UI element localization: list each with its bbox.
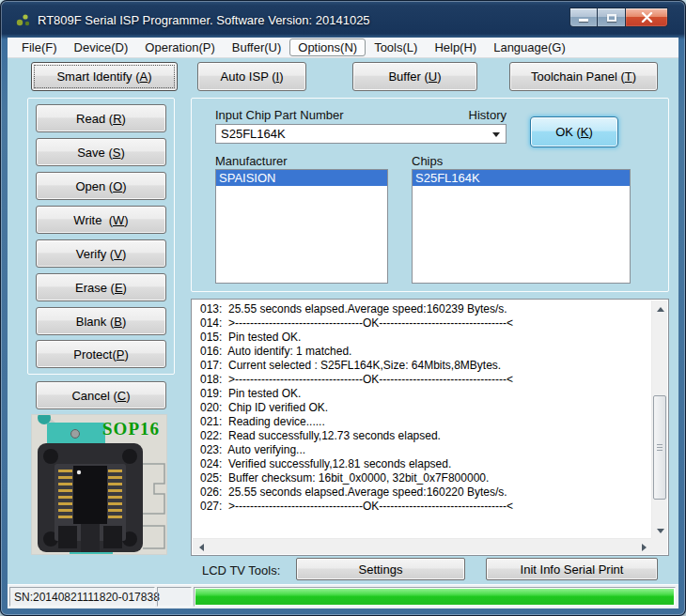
input-chip-label: Input Chip Part Number [215,108,344,122]
write-button[interactable]: Write (W) [36,206,166,234]
scrollbar-thumb[interactable] [653,395,666,500]
log-line: 013: 25.55 seconds elapsed.Average speed… [200,302,649,316]
log-line: 017: Current selected : S25FL164K,Size: … [200,359,649,373]
chip-part-number-combobox[interactable]: S25FL164K [215,124,507,144]
arrow-right-icon [642,544,650,551]
menubar: File(F) Device(D) Operation(P) Buffer(U)… [8,38,678,58]
status-spacer-cell [157,587,192,607]
vertical-scrollbar[interactable] [651,300,667,539]
menu-help[interactable]: Help(H) [426,38,485,56]
log-line: 019: Pin tested OK. [200,387,649,401]
adapter-type-label: SOP16 [102,419,160,439]
read-button[interactable]: Read (R) [36,104,166,132]
open-button[interactable]: Open (O) [36,172,166,200]
auto-isp-button[interactable]: Auto ISP (I) [197,62,306,91]
serial-number-cell: SN:20140821111820-017838 [9,587,155,607]
log-line: 020: Chip ID verified OK. [200,401,649,415]
log-line: 015: Pin tested OK. [200,331,649,345]
menu-file[interactable]: File(F) [13,38,66,56]
close-icon [641,12,653,23]
log-line: 024: Verified successfully,12.81 seconds… [200,457,649,471]
log-line: 025: Buffer checksum: 16bit_0x0000, 32bi… [200,471,649,485]
arrow-up-icon [657,303,664,312]
erase-button[interactable]: Erase (E) [36,273,166,301]
log-output[interactable]: 013: 25.55 seconds elapsed.Average speed… [191,299,669,556]
lcd-tv-tools-label: LCD TV Tools: [202,563,280,578]
minimize-button[interactable] [569,8,598,27]
scrollbar-corner [651,538,667,554]
menu-options[interactable]: Options(N) [289,38,366,56]
manufacturer-listbox[interactable]: SPAISION [215,169,388,284]
caption-buttons [569,8,668,27]
chip-select-panel: Input Chip Part Number History S25FL164K… [191,98,669,292]
menu-device[interactable]: Device(D) [66,38,137,56]
smart-identify-button[interactable]: Smart Identify (A) [31,62,178,91]
client-area: Smart Identify (A) Auto ISP (I) Buffer (… [8,58,678,608]
chips-listbox[interactable]: S25FL164K [412,169,631,284]
ok-button[interactable]: OK (K) [530,116,618,147]
log-line: 021: Reading device...... [200,415,649,429]
blank-button[interactable]: Blank (B) [36,307,166,335]
protect-button[interactable]: Protect(P) [36,340,166,368]
menu-buffer[interactable]: Buffer(U) [224,38,290,56]
log-line: 014: >----------------------------------… [200,316,649,331]
log-line: 026: 25.55 seconds elapsed.Average speed… [200,485,649,500]
chips-label: Chips [412,154,443,168]
log-line: 023: Auto verifying... [200,443,649,457]
log-lines: 013: 25.55 seconds elapsed.Average speed… [194,302,649,536]
chip-part-number-value: S25FL164K [221,127,286,141]
progress-bar [194,587,676,607]
log-line: 018: >----------------------------------… [200,373,649,387]
settings-button[interactable]: Settings [296,558,465,580]
verify-button[interactable]: Verify (V) [36,239,166,268]
buffer-button[interactable]: Buffer (U) [352,62,477,91]
combobox-dropdown-icon[interactable] [492,132,500,141]
history-label: History [468,108,507,122]
chip-list-item[interactable]: S25FL164K [413,170,630,186]
toolchain-panel-button[interactable]: Toolchain Panel (T) [509,62,658,91]
log-line: 016: Auto identify: 1 matched. [200,345,649,359]
save-button[interactable]: Save (S) [36,138,166,166]
manufacturer-label: Manufacturer [215,154,288,168]
horizontal-scrollbar[interactable] [193,538,652,554]
minimize-icon [579,19,588,22]
maximize-icon [607,14,616,22]
arrow-down-icon [657,529,664,537]
menu-operation[interactable]: Operation(P) [136,38,223,56]
app-icon [15,12,32,29]
menu-language[interactable]: Language(G) [485,38,574,56]
scroll-up-button[interactable] [652,300,668,316]
app-window: RT809F Serial ISP Programmer. Software V… [0,0,686,616]
scroll-down-button[interactable] [652,523,668,539]
window-title: RT809F Serial ISP Programmer. Software V… [38,13,370,27]
init-info-serial-print-button[interactable]: Init Info Serial Print [486,558,658,580]
menu-tools[interactable]: Tools(L) [366,38,426,56]
statusbar: SN:20140821111820-017838 [8,584,678,608]
cancel-button[interactable]: Cancel (C) [36,381,166,409]
titlebar[interactable]: RT809F Serial ISP Programmer. Software V… [0,0,686,38]
manufacturer-list-item[interactable]: SPAISION [216,170,387,186]
maximize-button[interactable] [598,8,625,27]
log-line: 022: Read successfully,12.73 seconds ela… [200,429,649,443]
progress-fill [195,589,674,605]
scroll-right-button[interactable] [636,539,652,555]
log-line: 027: >----------------------------------… [200,500,649,514]
arrow-left-icon [195,544,204,551]
scroll-left-button[interactable] [193,539,209,555]
close-button[interactable] [625,8,668,27]
adapter-photo: SOP16 [31,414,167,555]
